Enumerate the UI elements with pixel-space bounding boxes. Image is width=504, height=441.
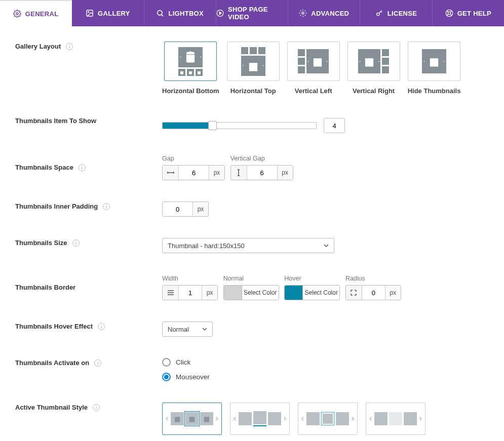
tab-general[interactable]: GENERAL — [0, 0, 72, 26]
tab-label: GALLERY — [98, 10, 130, 17]
svg-point-2 — [88, 12, 89, 13]
info-icon[interactable]: i — [98, 323, 105, 330]
tab-label: LIGHTBOX — [168, 10, 204, 17]
row-hover-effect: Thumbnails Hover Effect i Normal — [15, 322, 489, 337]
info-icon[interactable]: i — [103, 203, 110, 210]
gap-label: Gap — [162, 155, 225, 162]
thumbs-to-show-slider[interactable] — [162, 122, 317, 129]
inner-padding-group: px — [162, 202, 209, 217]
radio-click[interactable]: Click — [162, 358, 489, 367]
label-thumbs-space: Thumbnails Space — [15, 164, 73, 171]
layout-vertical-right[interactable]: ‹› — [347, 42, 400, 81]
tab-label: LICENSE — [387, 10, 417, 17]
info-icon[interactable]: i — [79, 164, 86, 171]
info-icon[interactable]: i — [93, 404, 100, 411]
thumbs-size-value: Thumbnail - hard:150x150 — [168, 242, 245, 250]
row-active-style: Active Thumbnail Style i Border Around — [15, 403, 489, 441]
tab-advanced[interactable]: ADVANCED — [288, 0, 360, 26]
layout-vertical-left[interactable]: ‹› — [287, 42, 340, 81]
hover-effect-select[interactable]: Normal — [162, 322, 213, 337]
border-width-input[interactable] — [179, 286, 202, 300]
tab-label: ADVANCED — [311, 10, 349, 17]
vgap-input[interactable] — [247, 166, 277, 180]
label-thumbs-to-show: Thumbnails Item To Show — [15, 117, 96, 125]
row-thumbs-border: Thumbnails Border Width px Normal Select… — [15, 274, 489, 300]
radius-icon — [346, 286, 362, 300]
svg-point-3 — [158, 11, 162, 15]
color-swatch-icon — [224, 286, 242, 300]
svg-point-9 — [448, 12, 450, 14]
svg-point-0 — [16, 13, 18, 15]
border-width-unit: px — [202, 286, 217, 300]
layout-hide-thumbnails[interactable]: ‹› — [408, 42, 460, 81]
style-opacity[interactable] — [366, 403, 425, 435]
gap-unit: px — [209, 166, 224, 180]
border-width-group: px — [162, 285, 218, 300]
gap-input-group: px — [162, 165, 225, 180]
svg-point-7 — [376, 13, 379, 15]
layout-horizontal-top[interactable]: ‹› — [227, 42, 280, 81]
style-zoom-out[interactable] — [298, 403, 358, 435]
tab-label: SHOP PAGE VIDEO — [228, 6, 288, 21]
border-icon — [163, 286, 179, 300]
info-icon[interactable]: i — [66, 43, 73, 50]
row-inner-padding: Thumbnails Inner Padding i px — [15, 202, 489, 217]
vertical-gap-icon — [231, 166, 247, 180]
inner-padding-input[interactable] — [163, 202, 192, 216]
color-swatch-icon — [285, 286, 303, 300]
row-thumbs-size: Thumbnails Size i Thumbnail - hard:150x1… — [15, 238, 489, 253]
border-normal-label: Normal — [223, 275, 279, 282]
hover-effect-value: Normal — [168, 326, 189, 333]
label-thumbs-size: Thumbnails Size — [15, 239, 67, 247]
vgap-label: Vertical Gap — [230, 155, 293, 162]
thumbs-to-show-input[interactable] — [324, 118, 345, 133]
tab-gallery[interactable]: GALLERY — [72, 0, 144, 26]
radio-label: Click — [176, 358, 190, 366]
tab-shop-page-video[interactable]: SHOP PAGE VIDEO — [216, 0, 288, 26]
thumbs-size-select[interactable]: Thumbnail - hard:150x150 — [162, 238, 334, 253]
tab-lightbox[interactable]: LIGHTBOX — [144, 0, 216, 26]
select-color-label: Select Color — [242, 286, 279, 300]
border-width-label: Width — [162, 275, 218, 282]
tab-license[interactable]: LICENSE — [360, 0, 432, 26]
radio-icon — [162, 373, 171, 381]
play-icon — [216, 9, 224, 17]
tab-label: GET HELP — [457, 10, 491, 17]
gap-input[interactable] — [179, 166, 209, 180]
style-border-around[interactable] — [162, 403, 222, 435]
border-hover-label: Hover — [284, 275, 340, 282]
info-icon[interactable]: i — [72, 239, 80, 247]
layout-option-label: Hide Thumbnails — [408, 87, 461, 95]
label-inner-padding: Thumbnails Inner Padding — [15, 203, 98, 210]
layout-horizontal-bottom[interactable]: ‹› — [164, 42, 217, 81]
radio-icon — [162, 358, 171, 367]
layout-option-label: Vertical Left — [295, 87, 332, 95]
border-normal-color[interactable]: Select Color — [223, 285, 279, 300]
style-bottom-line[interactable] — [230, 403, 290, 435]
tab-get-help[interactable]: GET HELP — [433, 0, 504, 26]
chevron-down-icon — [324, 243, 329, 248]
label-activate-on: Thumbnails Activate on — [15, 359, 89, 367]
border-hover-color[interactable]: Select Color — [284, 285, 340, 300]
border-radius-input[interactable] — [362, 286, 385, 300]
layout-option-label: Horizontal Bottom — [162, 87, 219, 95]
label-hover-effect: Thumbnails Hover Effect — [15, 323, 93, 330]
inner-padding-unit: px — [193, 202, 208, 216]
help-icon — [445, 9, 453, 17]
border-radius-label: Radius — [345, 275, 401, 282]
image-icon — [86, 9, 94, 17]
chevron-right-icon — [215, 417, 219, 421]
radio-mouseover[interactable]: Mouseover — [162, 373, 489, 381]
label-gallery-layout: Gallery Layout — [15, 43, 61, 50]
svg-point-6 — [302, 12, 304, 14]
tab-label: GENERAL — [25, 10, 59, 18]
label-thumbs-border: Thumbnails Border — [15, 284, 75, 291]
row-thumbs-space: Thumbnails Space i Gap px Vertical Gap p… — [15, 154, 489, 180]
chevron-left-icon — [165, 417, 169, 421]
search-icon — [156, 9, 164, 17]
layout-option-label: Horizontal Top — [230, 87, 276, 95]
select-color-label: Select Color — [303, 286, 339, 300]
slider-thumb[interactable] — [208, 121, 217, 130]
row-activate-on: Thumbnails Activate on i Click Mouseover — [15, 358, 489, 381]
info-icon[interactable]: i — [94, 359, 101, 367]
